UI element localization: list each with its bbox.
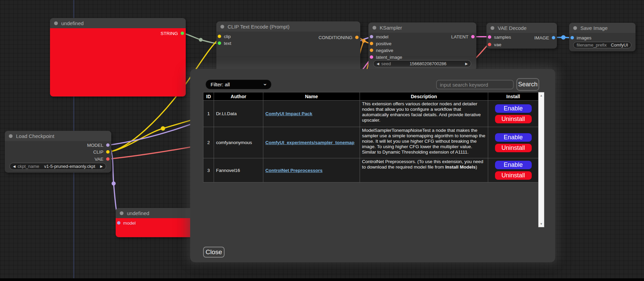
input-label: model: [376, 34, 389, 39]
input-slot-text[interactable]: [218, 41, 221, 45]
node-title: Save Image: [580, 25, 608, 31]
widget-label: filename_prefix: [577, 42, 607, 48]
collapse-dot-icon[interactable]: [573, 26, 577, 30]
col-header-install: Install: [488, 92, 539, 101]
input-slot-samples[interactable]: [488, 35, 491, 39]
node-title-bar[interactable]: Save Image: [569, 23, 635, 33]
node-undefined-top[interactable]: undefined STRING: [50, 18, 186, 96]
seed-widget[interactable]: ◀ seed 156680208700286 ▶: [373, 60, 471, 67]
node-save-image[interactable]: Save Image images filename_prefix ComfyU…: [569, 23, 635, 51]
collapse-dot-icon[interactable]: [373, 26, 376, 30]
node-load-checkpoint[interactable]: Load Checkpoint MODEL CLIP VAE ◀ ckpt_na…: [5, 131, 111, 173]
node-title: VAE Decode: [498, 25, 527, 31]
filter-select[interactable]: Filter: all: [205, 80, 271, 89]
node-title: undefined: [127, 210, 149, 216]
node-title-bar[interactable]: CLIP Text Encode (Prompt): [216, 21, 360, 32]
uninstall-button[interactable]: Uninstall: [495, 171, 532, 180]
cell-install: Enable Uninstall: [488, 158, 539, 182]
node-title-bar[interactable]: undefined: [50, 18, 186, 28]
input-slot-model[interactable]: [370, 35, 373, 38]
ckpt-name-widget[interactable]: ◀ ckpt_name v1-5-pruned-emaonly.ckpt ▶: [10, 163, 106, 170]
comfyui-canvas[interactable]: { "icons": { "arrow_left": "◀", "arrow_r…: [0, 0, 644, 281]
table-scrollbar[interactable]: ▲ ▼: [538, 92, 544, 227]
output-slot-string[interactable]: [181, 32, 184, 35]
extension-link[interactable]: ControlNet Preprocessors: [265, 168, 323, 173]
close-button[interactable]: Close: [203, 247, 225, 258]
cell-install: Enable Uninstall: [488, 101, 539, 127]
cell-id: 2: [203, 127, 214, 158]
widget-value: ComfyUI: [611, 42, 628, 48]
table-header-row: ID Author Name Description Install: [203, 92, 539, 101]
cell-description: This extension offers various detector n…: [360, 101, 488, 127]
output-label: CLIP: [93, 150, 103, 155]
scroll-up-icon[interactable]: ▲: [539, 93, 544, 98]
node-title-bar[interactable]: VAE Decode: [486, 23, 557, 33]
increment-arrow-icon[interactable]: ▶: [100, 165, 103, 168]
extension-link[interactable]: ComfyUI Impact Pack: [265, 111, 312, 116]
input-slot-positive[interactable]: [370, 42, 373, 45]
output-label: MODEL: [87, 143, 103, 148]
node-title: undefined: [61, 20, 84, 26]
output-slot-latent[interactable]: [471, 35, 475, 38]
collapse-dot-icon[interactable]: [491, 26, 494, 30]
table-row: 1 Dr.Lt.Data ComfyUI Impact Pack This ex…: [203, 101, 539, 127]
output-slot-model[interactable]: [106, 143, 110, 147]
node-title: Load Checkpoint: [16, 133, 54, 139]
search-button[interactable]: Search: [516, 78, 539, 91]
uninstall-button[interactable]: Uninstall: [495, 115, 532, 124]
input-slot-negative[interactable]: [370, 49, 373, 52]
node-title: CLIP Text Encode (Prompt): [228, 24, 290, 30]
uninstall-button[interactable]: Uninstall: [495, 143, 532, 153]
output-slot-clip[interactable]: [106, 150, 110, 154]
output-slot-conditioning[interactable]: [355, 36, 359, 39]
widget-label: seed: [381, 61, 391, 66]
table-row: 2 comfyanonymous ComfyUI_experiments/sam…: [203, 127, 539, 158]
widget-value: v1-5-pruned-emaonly.ckpt: [41, 164, 98, 169]
increment-arrow-icon[interactable]: ▶: [465, 62, 468, 66]
cell-id: 1: [203, 101, 214, 127]
extension-table: ID Author Name Description Install 1 Dr.…: [203, 92, 539, 182]
output-slot-image[interactable]: [552, 36, 555, 39]
collapse-dot-icon[interactable]: [120, 211, 123, 215]
input-label: negative: [376, 48, 393, 53]
collapse-dot-icon[interactable]: [54, 21, 58, 25]
enable-button[interactable]: Enable: [495, 160, 532, 170]
cell-description: ModelSamplerTonemapNoiseTest a node that…: [360, 127, 488, 158]
input-slot-model[interactable]: [117, 221, 120, 225]
cell-author: comfyanonymous: [214, 127, 263, 158]
decrement-arrow-icon[interactable]: ◀: [13, 165, 16, 168]
output-slot-vae[interactable]: [106, 157, 110, 161]
node-title-bar[interactable]: KSampler: [368, 22, 476, 33]
cell-author: Dr.Lt.Data: [214, 101, 263, 127]
cell-name: ComfyUI Impact Pack: [263, 101, 360, 127]
cell-description: ControlNet Preprocessors. (To use this e…: [360, 158, 488, 182]
input-slot-latent-image[interactable]: [370, 55, 373, 59]
cell-name: ComfyUI_experiments/sampler_tonemap: [263, 127, 360, 158]
col-header-id: ID: [203, 92, 214, 101]
node-title-bar[interactable]: Load Checkpoint: [5, 131, 111, 141]
scroll-down-icon[interactable]: ▼: [539, 222, 544, 226]
collapse-dot-icon[interactable]: [220, 25, 224, 29]
node-title: KSampler: [380, 25, 402, 31]
decrement-arrow-icon[interactable]: ◀: [377, 62, 379, 66]
widget-value: 156680208700286: [393, 61, 463, 66]
node-vae-decode[interactable]: VAE Decode samples vae IMAGE: [486, 23, 557, 49]
input-slot-vae[interactable]: [488, 43, 491, 46]
enable-button[interactable]: Enable: [495, 133, 532, 142]
input-slot-images[interactable]: [571, 36, 574, 39]
enable-button[interactable]: Enable: [495, 104, 532, 113]
input-label: clip: [224, 34, 231, 39]
input-slot-clip[interactable]: [218, 35, 221, 38]
col-header-author: Author: [214, 92, 263, 101]
node-ksampler[interactable]: KSampler model positive negative latent_…: [368, 22, 476, 70]
input-label: latent_image: [376, 55, 402, 60]
input-label: samples: [494, 35, 511, 40]
filename-prefix-widget[interactable]: filename_prefix ComfyUI: [573, 42, 631, 48]
input-label: positive: [376, 41, 392, 46]
extension-link[interactable]: ComfyUI_experiments/sampler_tonemap: [265, 140, 354, 145]
collapse-dot-icon[interactable]: [9, 134, 13, 138]
output-label: CONDITIONING: [318, 35, 352, 40]
cell-author: Fannovel16: [214, 158, 263, 182]
search-input[interactable]: [436, 80, 514, 89]
input-label: text: [224, 41, 231, 46]
